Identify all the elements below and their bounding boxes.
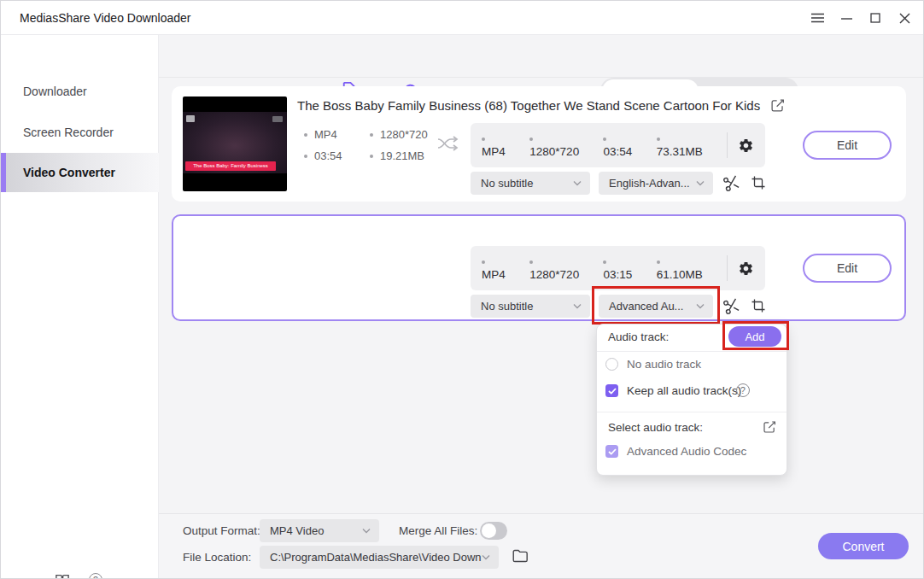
no-audio-track-radio[interactable]: [605, 358, 618, 371]
close-icon[interactable]: [892, 6, 916, 30]
chevron-down-icon: [482, 554, 490, 560]
convert-button[interactable]: Convert: [818, 533, 909, 559]
source-resolution-1: 1280*720: [370, 128, 428, 141]
video-title-1: The Boss Baby Family Business (68) Toget…: [297, 98, 760, 113]
source-size-1: 19.21MB: [370, 149, 424, 162]
window-title: MediasShare Video Downloader: [20, 1, 191, 35]
select-audio-track-label: Select audio track:: [608, 421, 703, 434]
title-bar: MediasShare Video Downloader: [1, 1, 924, 35]
sidebar-item-video-converter[interactable]: Video Converter: [1, 153, 159, 192]
thumbnail-banner: The Boss Baby: Family Business: [185, 161, 276, 171]
audio-track-dropdown-1[interactable]: English-Advan...: [599, 172, 713, 195]
divider: [727, 255, 728, 281]
rename-icon[interactable]: [770, 98, 785, 113]
sidebar: Downloader Screen Recorder Video Convert…: [1, 35, 159, 579]
corner-tag-icon: [272, 116, 283, 122]
trim-scissors-icon[interactable]: [722, 297, 740, 315]
crop-icon[interactable]: [751, 298, 766, 313]
crop-icon[interactable]: [751, 175, 766, 190]
keep-all-label: Keep all audio track(s): [627, 384, 741, 397]
output-info-box-2: MP4 1280*720 03:15 61.10MB: [471, 246, 765, 290]
chevron-down-icon: [573, 180, 582, 186]
video-title-row-1: The Boss Baby Family Business (68) Toget…: [297, 98, 785, 113]
output-format-label: Output Format:: [183, 524, 260, 537]
subtitle-dropdown-2[interactable]: No subtitle: [471, 295, 590, 318]
gear-icon[interactable]: [738, 260, 754, 277]
edit-button-1[interactable]: Edit: [803, 131, 892, 160]
edit-button-2[interactable]: Edit: [803, 254, 892, 283]
app-window: MediasShare Video Downloader Downloader …: [0, 0, 924, 579]
sidebar-item-downloader[interactable]: Downloader: [1, 77, 159, 106]
codec-checkbox[interactable]: [605, 445, 618, 458]
user-guide-book-icon[interactable]: [54, 572, 71, 579]
divider: [727, 132, 728, 158]
output-info-box-1: MP4 1280*720 03:54 73.31MB: [471, 123, 765, 167]
output-duration-1: 03:54: [603, 132, 641, 158]
output-format-1: MP4: [482, 132, 515, 158]
sidebar-item-video-converter-label: Video Converter: [1, 153, 159, 192]
minimize-icon[interactable]: [834, 6, 858, 30]
file-location-dropdown[interactable]: C:\ProgramData\MediasShare\Video Downloa: [260, 546, 499, 569]
output-resolution-2: 1280*720: [529, 255, 588, 281]
open-folder-icon[interactable]: [512, 548, 529, 564]
merge-toggle[interactable]: [480, 522, 507, 540]
window-controls: [805, 1, 916, 35]
subtitle-value-1: No subtitle: [481, 177, 533, 190]
active-indicator-bar: [1, 153, 6, 192]
output-size-2: 61.10MB: [657, 255, 712, 281]
video-thumbnail-1[interactable]: The Boss Baby: Family Business: [183, 96, 287, 191]
subtitle-value-2: No subtitle: [481, 300, 533, 313]
subtitle-dropdown-1[interactable]: No subtitle: [471, 172, 590, 195]
keep-all-checkbox[interactable]: [605, 384, 618, 397]
keep-all-help-icon[interactable]: ?: [736, 383, 750, 397]
no-audio-track-label: No audio track: [627, 358, 701, 371]
gear-icon[interactable]: [738, 137, 754, 154]
chevron-down-icon: [362, 528, 371, 534]
help-icon[interactable]: ?: [89, 573, 102, 579]
clapper-icon: [186, 115, 195, 122]
output-resolution-1: 1280*720: [529, 132, 588, 158]
audio-track-value-2: Advanced Au...: [609, 300, 683, 313]
output-format-value: MP4 Video: [270, 524, 324, 537]
file-location-value: C:\ProgramData\MediasShare\Video Downloa: [270, 551, 482, 564]
sidebar-item-screen-recorder[interactable]: Screen Recorder: [1, 118, 159, 147]
select-audio-edit-icon[interactable]: [763, 420, 776, 434]
chevron-down-icon: [696, 303, 705, 309]
menu-icon[interactable]: [805, 6, 829, 30]
source-duration-1: 03:54: [304, 149, 342, 162]
toggle-knob: [482, 523, 496, 538]
audio-track-dropdown-2[interactable]: Advanced Au...: [599, 295, 713, 318]
output-size-1: 73.31MB: [657, 132, 712, 158]
add-audio-button[interactable]: Add: [728, 326, 781, 347]
chevron-down-icon: [696, 180, 705, 186]
audio-track-label: Audio track:: [608, 330, 669, 343]
convert-arrows-icon: [436, 133, 460, 157]
source-format-1: MP4: [304, 128, 337, 141]
trim-scissors-icon[interactable]: [722, 174, 740, 192]
codec-label: Advanced Audio Codec: [627, 445, 746, 458]
toolbar: Converting Finished: [159, 35, 924, 78]
output-duration-2: 03:15: [603, 255, 641, 281]
maximize-icon[interactable]: [863, 6, 887, 30]
merge-all-files-label: Merge All Files:: [399, 524, 477, 537]
file-location-label: File Location:: [183, 551, 251, 564]
chevron-down-icon: [573, 303, 582, 309]
panel-divider: [597, 351, 787, 352]
output-format-dropdown[interactable]: MP4 Video: [260, 519, 379, 542]
output-format-2: MP4: [482, 255, 515, 281]
audio-track-value-1: English-Advan...: [609, 177, 690, 190]
panel-divider: [597, 412, 787, 412]
